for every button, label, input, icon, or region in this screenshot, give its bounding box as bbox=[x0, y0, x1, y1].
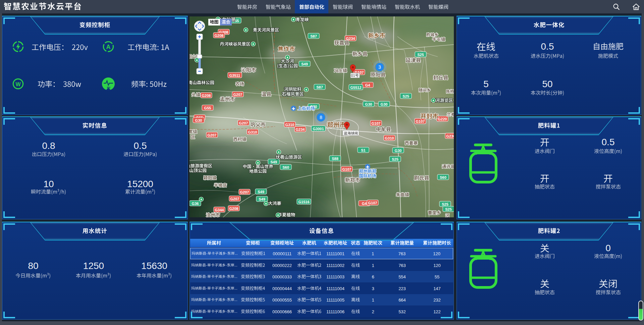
svg-text:G310: G310 bbox=[385, 136, 394, 140]
svg-text:G30: G30 bbox=[365, 102, 372, 106]
svg-text:S25: S25 bbox=[402, 94, 409, 98]
svg-text:S49: S49 bbox=[270, 160, 277, 164]
svg-text:G107: G107 bbox=[372, 121, 381, 125]
svg-text:G36: G36 bbox=[192, 202, 199, 206]
svg-text:S87: S87 bbox=[316, 85, 323, 89]
svg-text:G208: G208 bbox=[215, 34, 224, 38]
svg-text:G107: G107 bbox=[368, 201, 377, 205]
svg-text:G207: G207 bbox=[239, 121, 248, 125]
svg-text:S88: S88 bbox=[332, 157, 338, 161]
svg-text:S49: S49 bbox=[301, 62, 308, 66]
svg-text:G344: G344 bbox=[215, 208, 224, 212]
svg-text:G1516: G1516 bbox=[298, 200, 309, 204]
svg-text:S49: S49 bbox=[258, 190, 264, 194]
svg-text:G3001: G3001 bbox=[313, 127, 324, 131]
svg-text:S25: S25 bbox=[442, 202, 448, 206]
svg-text:G220: G220 bbox=[438, 117, 447, 121]
svg-text:S49: S49 bbox=[259, 197, 265, 201]
svg-text:W: W bbox=[15, 81, 21, 87]
svg-text:G30: G30 bbox=[395, 149, 402, 153]
svg-text:S60: S60 bbox=[440, 175, 446, 179]
svg-text:G234: G234 bbox=[296, 127, 305, 131]
svg-text:G208: G208 bbox=[229, 207, 238, 211]
svg-text:8: 8 bbox=[320, 115, 322, 120]
svg-text:G3511: G3511 bbox=[229, 73, 240, 77]
svg-text:G207: G207 bbox=[208, 133, 217, 137]
svg-text:S87: S87 bbox=[310, 34, 317, 38]
svg-text:G234: G234 bbox=[346, 37, 356, 41]
svg-text:S1: S1 bbox=[361, 148, 365, 152]
svg-text:S25: S25 bbox=[445, 207, 452, 211]
svg-text:G5512: G5512 bbox=[350, 86, 361, 90]
svg-text:G310: G310 bbox=[248, 130, 257, 134]
svg-text:G107: G107 bbox=[416, 119, 425, 123]
svg-text:G55: G55 bbox=[204, 106, 211, 110]
svg-text:G230: G230 bbox=[446, 134, 454, 138]
svg-text:G4: G4 bbox=[365, 83, 371, 87]
svg-text:S25: S25 bbox=[392, 157, 398, 161]
svg-text:G310: G310 bbox=[285, 123, 294, 127]
svg-text:S60: S60 bbox=[282, 165, 289, 169]
svg-text:G207: G207 bbox=[233, 93, 243, 97]
svg-text:G30: G30 bbox=[381, 102, 388, 106]
svg-text:G208: G208 bbox=[202, 94, 211, 98]
svg-text:S25: S25 bbox=[417, 53, 424, 57]
svg-text:G107: G107 bbox=[342, 167, 352, 171]
svg-text:G207: G207 bbox=[230, 197, 239, 201]
svg-text:A: A bbox=[106, 44, 111, 50]
svg-text:G207: G207 bbox=[240, 190, 249, 194]
svg-text:3: 3 bbox=[378, 64, 381, 70]
svg-text:G30: G30 bbox=[195, 118, 202, 122]
svg-text:G4: G4 bbox=[362, 202, 367, 206]
